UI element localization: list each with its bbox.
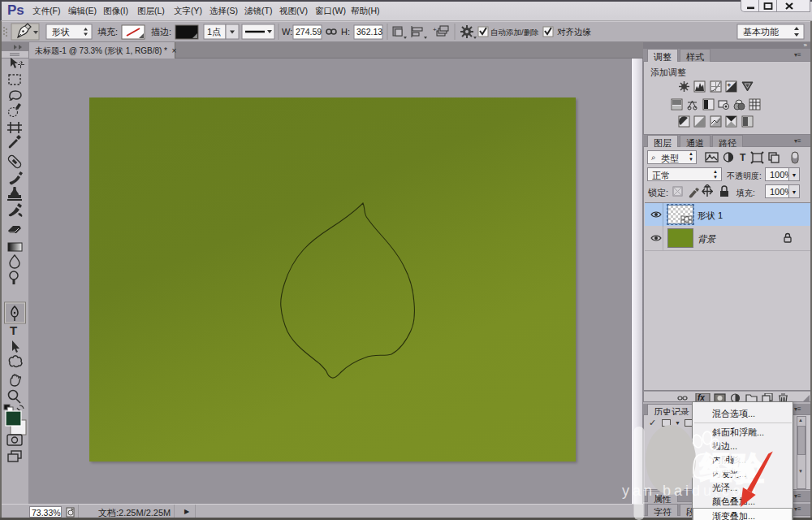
svg-text:+: + — [433, 26, 437, 33]
svg-text:yan.baidu.com: yan.baidu.com — [622, 483, 759, 499]
svg-text:1点: 1点 — [207, 27, 221, 37]
svg-text:H:: H: — [341, 27, 350, 37]
svg-text:274.59: 274.59 — [296, 27, 322, 37]
svg-text:形状: 形状 — [52, 27, 70, 37]
svg-text:描边:: 描边: — [151, 27, 171, 37]
svg-text:填充:: 填充: — [97, 27, 118, 37]
svg-text:对齐边缘: 对齐边缘 — [557, 27, 592, 37]
svg-text:362.13: 362.13 — [356, 27, 382, 37]
svg-text:T: T — [10, 323, 17, 337]
svg-text:+: + — [728, 82, 731, 87]
svg-text:T: T — [740, 152, 746, 163]
svg-text:W:: W: — [282, 27, 292, 37]
svg-text:基本功能: 基本功能 — [743, 27, 779, 37]
svg-text:自动添加/删除: 自动添加/删除 — [490, 28, 539, 37]
